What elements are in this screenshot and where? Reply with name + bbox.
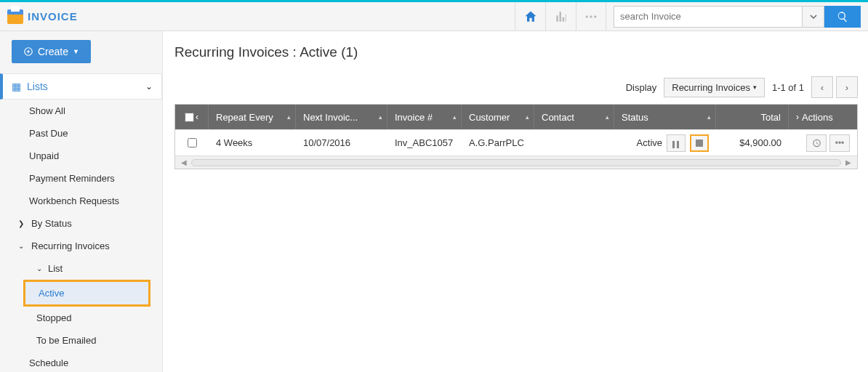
sidebar-item-workbench-requests[interactable]: Workbench Requests [0,190,162,212]
search-icon [837,11,848,23]
history-icon [811,138,821,148]
lists-label: Lists [27,81,140,92]
more-horizontal-icon [584,9,598,24]
more-button[interactable] [576,2,606,31]
pager-next-button[interactable]: › [836,76,858,98]
th-contact[interactable]: Contact▴ [534,105,614,129]
sort-icon: ▴ [453,113,457,121]
cell-repeat: 4 Weeks [209,137,296,148]
row-checkbox[interactable] [188,138,197,147]
create-label: Create [38,46,68,57]
sort-icon: ▴ [707,113,711,121]
select-all-checkbox[interactable] [185,113,194,122]
cell-total: $4,900.00 [716,137,789,148]
grid-icon: ▦ [12,81,21,92]
display-label: Display [626,82,657,93]
display-toolbar: Display Recurring Invoices ▾ 1-1 of 1 ‹ … [174,76,858,98]
svg-point-1 [590,15,592,17]
th-customer[interactable]: Customer▴ [462,105,534,129]
chevron-right-icon: ❯ [18,219,25,227]
table-header: ‹ Repeat Every▴ Next Invoic...▴ Invoice … [175,105,857,129]
th-repeat-every[interactable]: Repeat Every▴ [209,105,296,129]
sidebar-item-active[interactable]: Active [23,280,150,307]
list-label: List [48,263,63,274]
th-invoice-number[interactable]: Invoice #▴ [387,105,462,129]
cell-status: Active [637,137,662,148]
analytics-button[interactable] [545,2,576,31]
sidebar-item-list[interactable]: ⌄ List [0,257,162,280]
sidebar-item-payment-reminders[interactable]: Payment Reminders [0,167,162,190]
home-icon [523,9,538,24]
search-input[interactable] [614,6,803,28]
search-button[interactable] [824,6,861,28]
chevron-down-icon: ⌄ [18,242,25,250]
cell-customer: A.G.ParrPLC [462,137,534,148]
sidebar-item-unpaid[interactable]: Unpaid [0,145,162,167]
app-header: INVOICE [0,2,868,31]
sidebar-item-show-all[interactable]: Show All [0,100,162,122]
invoice-logo-icon [7,9,23,24]
sidebar-item-to-be-emailed[interactable]: To be Emailed [0,329,162,352]
sidebar-item-by-status[interactable]: ❯ By Status [0,212,162,235]
th-next-invoice[interactable]: Next Invoic...▴ [296,105,387,129]
sort-icon: ▴ [606,113,609,121]
stop-button[interactable] [690,134,709,152]
th-status[interactable]: Status▴ [614,105,716,129]
sidebar: Create ▼ ▦ Lists ⌄ Show All Past Due Unp… [0,31,163,372]
scroll-left-icon[interactable]: ◀ [181,158,187,166]
cell-invoice-number: Inv_ABC1057 [387,137,462,148]
pause-button[interactable] [667,134,686,152]
app-title: INVOICE [28,10,78,23]
cell-next: 10/07/2016 [296,137,387,148]
invoices-table: ‹ Repeat Every▴ Next Invoic...▴ Invoice … [174,104,858,169]
svg-point-0 [586,15,588,17]
horizontal-scrollbar[interactable]: ◀ ▶ [175,155,857,169]
search-wrap [614,6,861,28]
recurring-invoices-label: Recurring Invoices [31,240,110,251]
chevron-down-icon: ⌄ [145,81,153,92]
sort-icon: ▴ [526,113,529,121]
plus-circle-icon [23,46,33,57]
pagination-text: 1-1 of 1 [772,82,804,93]
display-value: Recurring Invoices [672,82,750,93]
sidebar-item-past-due[interactable]: Past Due [0,122,162,145]
scroll-right-icon[interactable]: ▶ [845,158,851,166]
bar-chart-icon [554,9,568,24]
create-button[interactable]: Create ▼ [12,40,91,63]
pause-icon [672,140,680,147]
chevron-right-icon: › [796,112,799,122]
th-select-all[interactable]: ‹ [175,105,209,129]
th-total[interactable]: Total [716,105,789,129]
chevron-left-icon: ‹ [196,112,198,122]
chevron-down-icon: ⌄ [36,264,44,272]
row-more-button[interactable]: ••• [829,134,850,152]
chevron-down-icon [810,13,817,20]
app-logo[interactable]: INVOICE [7,9,78,24]
search-dropdown[interactable] [803,6,824,28]
caret-down-icon: ▼ [73,48,79,55]
main-content: Recurring Invoices : Active (1) Display … [163,31,868,372]
sidebar-item-recurring-invoices[interactable]: ⌄ Recurring Invoices [0,235,162,257]
stop-icon [696,140,703,147]
page-title: Recurring Invoices : Active (1) [174,44,858,60]
th-actions: ›Actions [789,105,857,129]
sidebar-item-stopped[interactable]: Stopped [0,307,162,329]
home-button[interactable] [515,2,545,31]
history-button[interactable] [806,134,827,152]
sidebar-item-schedule[interactable]: Schedule [0,352,162,372]
pager-prev-button[interactable]: ‹ [811,76,833,98]
table-row[interactable]: 4 Weeks 10/07/2016 Inv_ABC1057 A.G.ParrP… [175,129,857,155]
svg-point-2 [594,15,596,17]
lists-header[interactable]: ▦ Lists ⌄ [0,73,162,100]
by-status-label: By Status [31,218,72,229]
sort-icon: ▴ [287,113,291,121]
sort-icon: ▴ [379,113,382,121]
caret-down-icon: ▾ [753,84,757,91]
scroll-track[interactable] [191,159,841,166]
display-dropdown[interactable]: Recurring Invoices ▾ [664,78,765,97]
